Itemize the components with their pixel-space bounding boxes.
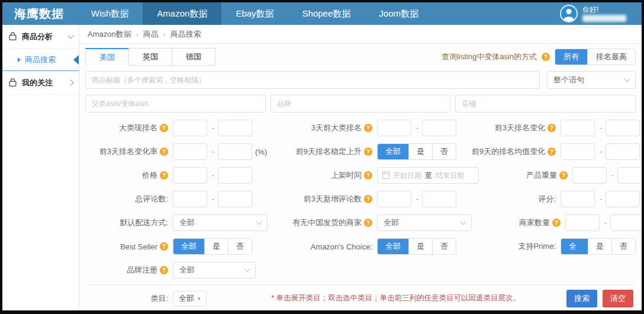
- rank-change-3d-max-input[interactable]: [606, 120, 640, 136]
- rank-change-3d-min-input[interactable]: [561, 120, 595, 136]
- toggle-all-button[interactable]: 全部: [378, 239, 408, 254]
- nav-tab-amazon[interactable]: Amazon数据: [143, 2, 221, 25]
- date-range-picker[interactable]: 开始日期 至 结束日期: [377, 167, 479, 184]
- category-dropdown-button[interactable]: 全部 ▾: [173, 291, 207, 306]
- rating-min-input[interactable]: [561, 191, 595, 207]
- toggle-all-button[interactable]: 全部: [173, 239, 204, 254]
- tab-uk[interactable]: 英国: [128, 48, 172, 66]
- shipping-select[interactable]: 全部: [173, 214, 268, 231]
- asin-input[interactable]: [85, 95, 266, 113]
- toggle-all-button[interactable]: 全部: [561, 239, 588, 254]
- breadcrumb-item[interactable]: 商品: [143, 29, 159, 40]
- toggle-yes-button[interactable]: 是: [588, 239, 611, 254]
- sidebar-item-product-analysis[interactable]: 商品分析: [2, 25, 79, 49]
- rank-rate-min-input[interactable]: [173, 143, 207, 160]
- rank-now-max-input[interactable]: [218, 120, 252, 136]
- help-icon[interactable]: ?: [542, 53, 550, 61]
- rank-3d-ago-max-input[interactable]: [422, 120, 456, 136]
- rank-avg-max-input[interactable]: [606, 143, 640, 160]
- range-separator: -: [415, 195, 418, 203]
- bag-icon: [8, 32, 17, 41]
- toggle-yes-button[interactable]: 是: [408, 239, 432, 254]
- sidebar-item-my-follows[interactable]: 我的关注: [2, 71, 79, 95]
- brand-registered-select[interactable]: 全部: [173, 262, 256, 278]
- user-box[interactable]: 你好!: [560, 2, 642, 25]
- toggle-no-button[interactable]: 否: [432, 144, 456, 159]
- filter-label: 默认配送方式:: [120, 217, 168, 228]
- rank-avg-min-input[interactable]: [561, 143, 595, 160]
- filter-label: 商家数量: [519, 217, 550, 228]
- seller-count-max-input[interactable]: [610, 214, 644, 231]
- shop-input[interactable]: [455, 95, 636, 113]
- cn-seller-select[interactable]: 全部: [377, 214, 472, 231]
- help-icon[interactable]: ?: [160, 242, 168, 251]
- category-label: 类目:: [150, 293, 168, 304]
- reviews-total-min-input[interactable]: [173, 191, 207, 207]
- weight-min-input[interactable]: [572, 167, 607, 184]
- rating-max-input[interactable]: [606, 191, 640, 207]
- app-logo: 海鹰数据: [2, 2, 77, 25]
- rank-3d-ago-min-input[interactable]: [377, 120, 411, 136]
- rank-rate-max-input[interactable]: [218, 143, 252, 160]
- reviews-total-max-input[interactable]: [218, 191, 252, 207]
- filter-label: 总评论数:: [135, 194, 168, 204]
- help-icon[interactable]: ?: [364, 171, 372, 180]
- reviews-new-min-input[interactable]: [377, 191, 411, 207]
- rank-now-min-input[interactable]: [173, 120, 207, 136]
- filter-cn-seller: 有无中国发货的商家? 全部: [272, 214, 472, 231]
- help-icon[interactable]: ?: [364, 148, 372, 156]
- variant-mode-top-button[interactable]: 排名最高: [587, 49, 635, 65]
- toggle-no-button[interactable]: 否: [611, 239, 635, 254]
- help-icon[interactable]: ?: [552, 219, 561, 227]
- nav-tab-wish[interactable]: Wish数据: [77, 2, 143, 25]
- toggle-all-button[interactable]: 全部: [378, 144, 408, 159]
- help-icon[interactable]: ?: [559, 171, 568, 180]
- reviews-new-max-input[interactable]: [422, 191, 456, 207]
- market-tabs-row: 美国 英国 德国 查询listing中变体asin的方式 ? 所有 排名最高: [85, 47, 636, 66]
- price-max-input[interactable]: [218, 167, 252, 184]
- tab-us[interactable]: 美国: [85, 48, 129, 66]
- brand-input[interactable]: [271, 95, 451, 113]
- title-search-input[interactable]: [85, 71, 540, 89]
- filter-rank-change-rate-3d: 前3天排名变化率? - (%): [85, 143, 272, 160]
- filter-label: 产品重量: [526, 170, 557, 181]
- filter-rank-now: 大类现排名? -: [85, 120, 272, 136]
- price-min-input[interactable]: [173, 167, 207, 184]
- nav-tab-joom[interactable]: Joom数据: [365, 2, 433, 25]
- filter-label: 上架时间: [331, 170, 362, 181]
- filter-label: 前9天排名稳定上升: [296, 146, 362, 157]
- amazon-choice-toggle: 全部 是 否: [377, 238, 456, 255]
- toggle-no-button[interactable]: 否: [228, 239, 252, 254]
- tab-de[interactable]: 德国: [172, 48, 215, 66]
- toggle-yes-button[interactable]: 是: [204, 239, 228, 254]
- help-icon[interactable]: ?: [160, 171, 168, 180]
- variant-mode-all-button[interactable]: 所有: [555, 49, 587, 65]
- match-mode-select[interactable]: 整个语句: [547, 71, 636, 89]
- help-icon[interactable]: ?: [160, 148, 168, 156]
- toggle-yes-button[interactable]: 是: [408, 144, 432, 159]
- filter-label: Best Seller: [120, 242, 157, 251]
- filter-best-seller: Best Seller? 全部 是 否: [85, 238, 272, 255]
- toggle-no-button[interactable]: 否: [432, 239, 456, 254]
- help-icon[interactable]: ?: [364, 219, 372, 227]
- help-icon[interactable]: ?: [160, 266, 168, 274]
- filter-rating: 评分: -: [467, 191, 640, 207]
- weight-max-input[interactable]: [617, 167, 644, 184]
- sidebar-item-label: 我的关注: [22, 78, 64, 88]
- nav-tab-shopee[interactable]: Shopee数据: [288, 2, 365, 25]
- sidebar-item-product-search[interactable]: 商品搜索: [2, 49, 79, 71]
- chevron-down-icon: [461, 219, 466, 225]
- search-button[interactable]: 搜索: [566, 290, 597, 307]
- chevron-down-icon: [244, 267, 250, 273]
- range-separator: -: [211, 124, 214, 132]
- help-icon[interactable]: ?: [548, 148, 556, 156]
- help-icon[interactable]: ?: [548, 124, 556, 132]
- shipping-select-value: 全部: [179, 217, 257, 228]
- nav-tab-ebay[interactable]: Ebay数据: [221, 2, 288, 25]
- breadcrumb-item[interactable]: Amazon数据: [88, 29, 131, 40]
- clear-button[interactable]: 清空: [603, 290, 633, 307]
- help-icon[interactable]: ?: [160, 124, 168, 132]
- help-icon[interactable]: ?: [364, 195, 372, 203]
- help-icon[interactable]: ?: [364, 124, 372, 132]
- seller-count-min-input[interactable]: [565, 214, 600, 231]
